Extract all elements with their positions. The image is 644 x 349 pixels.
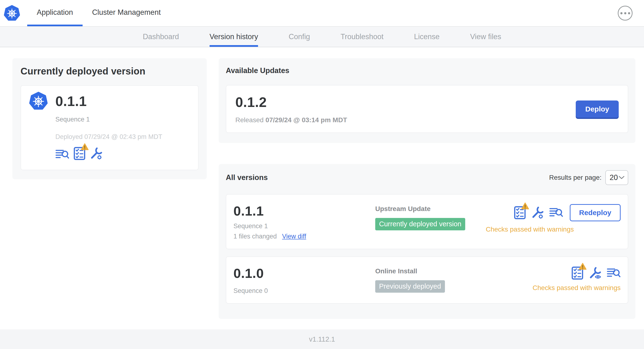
warning-triangle-icon [578,262,587,270]
row-sequence-label: Sequence 0 [234,287,375,294]
edit-config-icon[interactable] [531,206,544,220]
kubernetes-logo-icon [4,5,20,22]
edit-config-icon[interactable] [90,147,103,160]
row-source-label: Online Install [375,267,532,275]
preflight-checks-warning-icon[interactable] [74,147,86,160]
tab-license[interactable]: License [414,27,440,47]
tab-application[interactable]: Application [27,0,82,26]
view-config-icon[interactable] [588,266,602,280]
preflight-checks-warning-icon[interactable] [514,206,526,220]
row-source-label: Upstream Update [375,205,486,213]
release-notes-icon[interactable] [607,267,620,279]
release-notes-icon[interactable] [549,207,563,218]
top-navbar: Application Cluster Management [0,0,644,27]
app-logo [4,0,27,26]
row-version-number: 0.1.0 [234,266,375,281]
release-notes-icon[interactable] [56,149,69,160]
update-version-number: 0.1.2 [235,94,347,110]
deploy-button[interactable]: Deploy [576,100,619,118]
currently-deployed-title: Currently deployed version [20,66,198,77]
previously-deployed-badge: Previously deployed [375,280,445,293]
all-versions-title: All versions [226,173,268,182]
app-subnav: Dashboard Version history Config Trouble… [0,27,644,47]
top-nav-tabs: Application Cluster Management [27,0,170,26]
tab-config[interactable]: Config [288,27,310,47]
warning-triangle-icon [81,143,89,150]
files-changed-label: 1 files changed [234,233,277,240]
dot-icon [620,12,622,14]
redeploy-button[interactable]: Redeploy [570,204,620,221]
main-content: Currently deployed version 0.1.1 Sequenc… [0,47,644,330]
current-deployed-timestamp: Deployed 07/29/24 @ 02:43 pm MDT [56,133,190,140]
row-version-number: 0.1.1 [234,203,375,219]
row-sequence-label: Sequence 1 [234,222,375,230]
current-version-number: 0.1.1 [56,93,87,109]
view-diff-link[interactable]: View diff [282,233,306,240]
current-sequence-label: Sequence 1 [56,116,190,123]
available-update-card: 0.1.2 Released07/29/24 @ 03:14 pm MDT De… [226,85,628,133]
warning-triangle-icon [521,202,529,210]
ellipsis-menu-button[interactable] [618,6,632,20]
results-per-page: Results per page: 20 [549,170,628,185]
currently-deployed-card: 0.1.1 Sequence 1 Deployed 07/29/24 @ 02:… [20,85,198,170]
released-label: Released [235,116,264,124]
results-per-page-value: 20 [610,173,618,182]
tab-cluster-management[interactable]: Cluster Management [82,0,170,26]
topnav-spacer [170,0,618,26]
dot-icon [624,12,626,14]
checks-status-text: Checks passed with warnings [532,284,620,292]
right-column: Available Updates 0.1.2 Released07/29/24… [219,58,636,319]
currently-deployed-panel: Currently deployed version 0.1.1 Sequenc… [12,58,207,179]
checks-status-text: Checks passed with warnings [486,226,574,233]
results-per-page-label: Results per page: [549,174,602,182]
preflight-checks-warning-icon[interactable] [572,266,583,280]
kubernetes-logo-icon [29,92,48,110]
tab-view-files[interactable]: View files [470,27,501,47]
version-row-0-1-0: 0.1.0 Sequence 0 Online Install Previous… [226,256,628,304]
available-updates-title: Available Updates [226,66,628,75]
version-row-0-1-1: 0.1.1 Sequence 1 1 files changed View di… [226,194,628,249]
released-value: 07/29/24 @ 03:14 pm MDT [266,116,347,124]
tab-dashboard[interactable]: Dashboard [143,27,179,47]
page-footer: v1.112.1 [0,330,644,349]
tab-troubleshoot[interactable]: Troubleshoot [340,27,384,47]
console-version-label: v1.112.1 [309,336,335,343]
available-updates-panel: Available Updates 0.1.2 Released07/29/24… [219,58,636,143]
all-versions-panel: All versions Results per page: 20 0.1.1 … [219,164,636,319]
chevron-down-icon [619,176,624,179]
app-icon [29,92,48,110]
results-per-page-select[interactable]: 20 [605,170,628,185]
currently-deployed-badge: Currently deployed version [375,218,465,230]
left-column: Currently deployed version 0.1.1 Sequenc… [12,58,207,179]
tab-version-history[interactable]: Version history [210,27,258,47]
update-released-timestamp: Released07/29/24 @ 03:14 pm MDT [235,116,347,124]
dot-icon [628,12,630,14]
